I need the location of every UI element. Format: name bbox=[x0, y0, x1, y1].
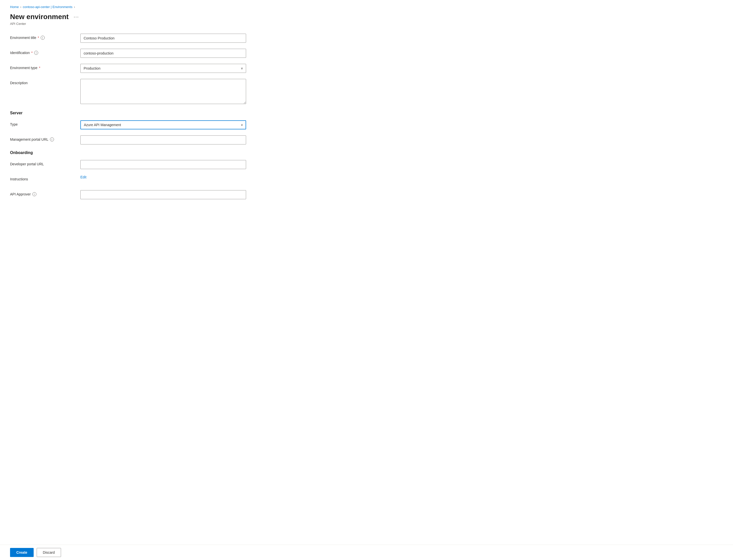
instructions-row: Instructions Edit bbox=[10, 175, 291, 184]
environment-type-row: Environment type * Production Staging De… bbox=[10, 64, 291, 73]
required-star-2: * bbox=[31, 51, 33, 55]
identification-row: Identification * i bbox=[10, 49, 291, 58]
management-portal-url-row: Management portal URL i bbox=[10, 135, 291, 144]
developer-portal-url-input[interactable] bbox=[80, 160, 246, 169]
management-portal-url-wrapper bbox=[80, 135, 246, 144]
breadcrumb-sep-2: › bbox=[74, 5, 75, 9]
identification-input[interactable] bbox=[80, 49, 246, 58]
management-portal-url-info-icon[interactable]: i bbox=[50, 137, 54, 141]
api-approver-wrapper bbox=[80, 190, 246, 199]
api-approver-label: API Approver i bbox=[10, 190, 80, 196]
server-type-select-wrapper: Azure API Management AWS API Gateway Kon… bbox=[80, 120, 246, 129]
identification-wrapper bbox=[80, 49, 246, 58]
environment-title-input[interactable] bbox=[80, 34, 246, 43]
management-portal-url-input[interactable] bbox=[80, 135, 246, 144]
server-type-select[interactable]: Azure API Management AWS API Gateway Kon… bbox=[80, 120, 246, 129]
environment-title-wrapper bbox=[80, 34, 246, 43]
developer-portal-url-wrapper bbox=[80, 160, 246, 169]
management-portal-url-label: Management portal URL i bbox=[10, 135, 80, 141]
identification-label: Identification * i bbox=[10, 49, 80, 55]
page-header: New environment ··· bbox=[10, 13, 291, 21]
instructions-label: Instructions bbox=[10, 175, 80, 181]
api-approver-row: API Approver i bbox=[10, 190, 291, 199]
identification-info-icon[interactable]: i bbox=[34, 51, 38, 55]
new-environment-form: Environment title * i Identification * i… bbox=[10, 34, 291, 199]
instructions-wrapper: Edit bbox=[80, 175, 246, 179]
description-label: Description bbox=[10, 79, 80, 85]
server-type-wrapper: Azure API Management AWS API Gateway Kon… bbox=[80, 120, 246, 129]
description-wrapper bbox=[80, 79, 246, 105]
environment-type-select[interactable]: Production Staging Development Testing bbox=[80, 64, 246, 73]
description-row: Description bbox=[10, 79, 291, 105]
instructions-edit-link[interactable]: Edit bbox=[80, 173, 86, 179]
environment-type-select-wrapper: Production Staging Development Testing ∨ bbox=[80, 64, 246, 73]
server-section-header: Server bbox=[10, 111, 291, 115]
required-star: * bbox=[38, 36, 39, 40]
description-textarea[interactable] bbox=[80, 79, 246, 104]
api-approver-info-icon[interactable]: i bbox=[32, 192, 36, 196]
breadcrumb-home[interactable]: Home bbox=[10, 5, 19, 9]
environment-title-row: Environment title * i bbox=[10, 34, 291, 43]
environment-title-info-icon[interactable]: i bbox=[41, 36, 45, 40]
developer-portal-url-label: Developer portal URL bbox=[10, 160, 80, 166]
environment-type-label: Environment type * bbox=[10, 64, 80, 70]
environment-title-label: Environment title * i bbox=[10, 34, 80, 40]
page-title: New environment bbox=[10, 13, 69, 21]
breadcrumb: Home › contoso-api-center | Environments… bbox=[10, 5, 291, 9]
required-star-3: * bbox=[39, 66, 40, 70]
server-type-label: Type bbox=[10, 120, 80, 126]
api-approver-input[interactable] bbox=[80, 190, 246, 199]
onboarding-section-header: Onboarding bbox=[10, 150, 291, 155]
server-type-row: Type Azure API Management AWS API Gatewa… bbox=[10, 120, 291, 129]
developer-portal-url-row: Developer portal URL bbox=[10, 160, 291, 169]
more-options-button[interactable]: ··· bbox=[72, 13, 81, 21]
page-subtitle: API Center bbox=[10, 22, 291, 26]
breadcrumb-sep-1: › bbox=[20, 5, 21, 9]
environment-type-wrapper: Production Staging Development Testing ∨ bbox=[80, 64, 246, 73]
breadcrumb-environments[interactable]: contoso-api-center | Environments bbox=[23, 5, 73, 9]
